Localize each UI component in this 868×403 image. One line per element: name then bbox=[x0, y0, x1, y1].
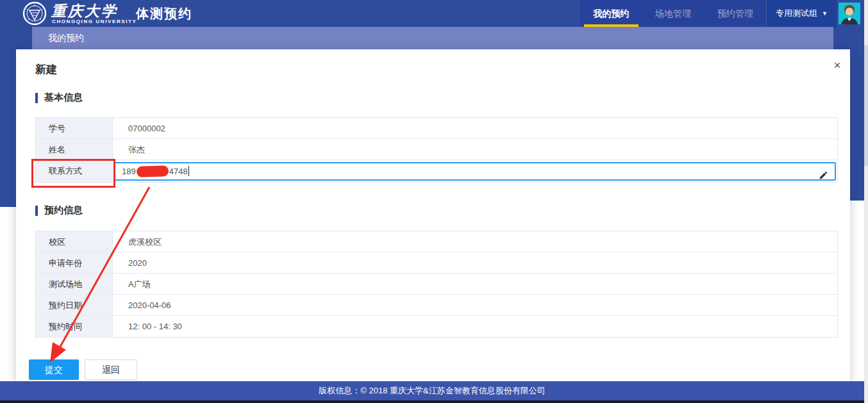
table-row-booking-time: 预约时间 12: 00 - 14: 30 bbox=[36, 316, 837, 337]
table-row-apply-year: 申请年份 2020 bbox=[36, 252, 837, 274]
table-row-contact: 联系方式 189 4748 bbox=[36, 160, 837, 182]
nav-menu: 我的预约 场地管理 预约管理 bbox=[580, 0, 766, 27]
nav-tab-label: 预约管理 bbox=[717, 8, 753, 19]
row-value: 张杰 bbox=[113, 139, 837, 160]
redaction-scribble bbox=[136, 165, 169, 177]
user-group-label: 专用测试组 bbox=[776, 8, 817, 19]
nav-tab-label: 我的预约 bbox=[593, 8, 629, 19]
top-navbar: 重庆大学 CHONGQING UNIVERSITY 体测预约 我的预约 场地管理… bbox=[0, 0, 864, 27]
nav-tab-venue-management[interactable]: 场地管理 bbox=[642, 0, 705, 27]
nav-tab-appointment-management[interactable]: 预约管理 bbox=[704, 0, 766, 27]
row-value: 12: 00 - 14: 30 bbox=[113, 316, 837, 337]
user-avatar[interactable] bbox=[839, 3, 860, 24]
page-footer: 版权信息：© 2018 重庆大学&江苏金智教育信息股份有限公司 bbox=[0, 381, 864, 400]
phone-prefix: 189 bbox=[122, 161, 136, 182]
row-value-contact: 189 4748 bbox=[113, 160, 837, 182]
new-appointment-dialog: 新建 × 基本信息 学号 07000002 姓名 张杰 联系方式 189 474… bbox=[16, 49, 850, 381]
dialog-title: 新建 bbox=[35, 62, 57, 77]
row-label: 申请年份 bbox=[36, 252, 113, 273]
table-row-test-venue: 测试场地 A广场 bbox=[36, 274, 837, 295]
user-group-dropdown[interactable]: 专用测试组 ▼ bbox=[766, 0, 837, 27]
phone-suffix: 4748 bbox=[169, 161, 188, 182]
chevron-down-icon: ▼ bbox=[822, 10, 828, 17]
text-cursor bbox=[188, 166, 189, 176]
breadcrumb-row: 我的预约 bbox=[0, 27, 864, 49]
section-title: 预约信息 bbox=[44, 204, 83, 217]
avatar-person-icon bbox=[839, 3, 860, 24]
row-label: 预约时间 bbox=[36, 316, 113, 337]
edit-pencil-icon[interactable] bbox=[819, 167, 828, 176]
contact-phone-input[interactable]: 189 4748 bbox=[114, 162, 836, 181]
row-label: 预约日期 bbox=[36, 295, 113, 315]
section-marker bbox=[35, 93, 38, 103]
table-row-name: 姓名 张杰 bbox=[36, 139, 837, 160]
dialog-buttons: 提交 退回 bbox=[29, 359, 137, 380]
row-value: 07000002 bbox=[113, 118, 837, 138]
row-value: 虎溪校区 bbox=[113, 231, 837, 252]
close-icon[interactable]: × bbox=[829, 57, 846, 74]
row-label: 联系方式 bbox=[36, 160, 113, 182]
breadcrumb-item[interactable]: 我的预约 bbox=[48, 33, 84, 43]
row-value: 2020-04-06 bbox=[113, 295, 837, 315]
copyright-text: 版权信息：© 2018 重庆大学&江苏金智教育信息股份有限公司 bbox=[319, 386, 545, 395]
submit-button[interactable]: 提交 bbox=[29, 359, 79, 380]
breadcrumb: 我的预约 bbox=[32, 27, 833, 49]
page-background-right bbox=[850, 49, 864, 201]
app-title: 体测预约 bbox=[136, 5, 192, 22]
row-label: 校区 bbox=[36, 231, 113, 252]
university-name-en: CHONGQING UNIVERSITY bbox=[52, 19, 137, 24]
row-value: 2020 bbox=[113, 252, 837, 273]
row-value: A广场 bbox=[113, 274, 837, 294]
table-row-booking-date: 预约日期 2020-04-06 bbox=[36, 295, 837, 316]
section-booking-info: 预约信息 bbox=[35, 204, 83, 217]
university-logo-icon bbox=[22, 1, 47, 26]
row-label: 姓名 bbox=[36, 139, 113, 160]
row-label: 测试场地 bbox=[36, 274, 113, 294]
table-row-campus: 校区 虎溪校区 bbox=[36, 231, 837, 252]
window-bottom-edge bbox=[0, 400, 868, 403]
nav-tab-label: 场地管理 bbox=[655, 8, 691, 19]
row-label: 学号 bbox=[36, 118, 113, 138]
scrollbar-thumb[interactable] bbox=[864, 45, 868, 167]
table-row-student-id: 学号 07000002 bbox=[36, 118, 837, 139]
section-title: 基本信息 bbox=[44, 92, 83, 104]
page-background-left bbox=[0, 49, 16, 207]
nav-tab-my-appointments[interactable]: 我的预约 bbox=[580, 0, 642, 27]
booking-info-table: 校区 虎溪校区 申请年份 2020 测试场地 A广场 预约日期 2020-04-… bbox=[35, 231, 838, 338]
vertical-scrollbar[interactable] bbox=[864, 0, 868, 403]
section-marker bbox=[35, 206, 38, 216]
section-basic-info: 基本信息 bbox=[35, 92, 83, 104]
back-button[interactable]: 退回 bbox=[85, 359, 137, 380]
basic-info-table: 学号 07000002 姓名 张杰 联系方式 189 4748 bbox=[35, 117, 838, 183]
